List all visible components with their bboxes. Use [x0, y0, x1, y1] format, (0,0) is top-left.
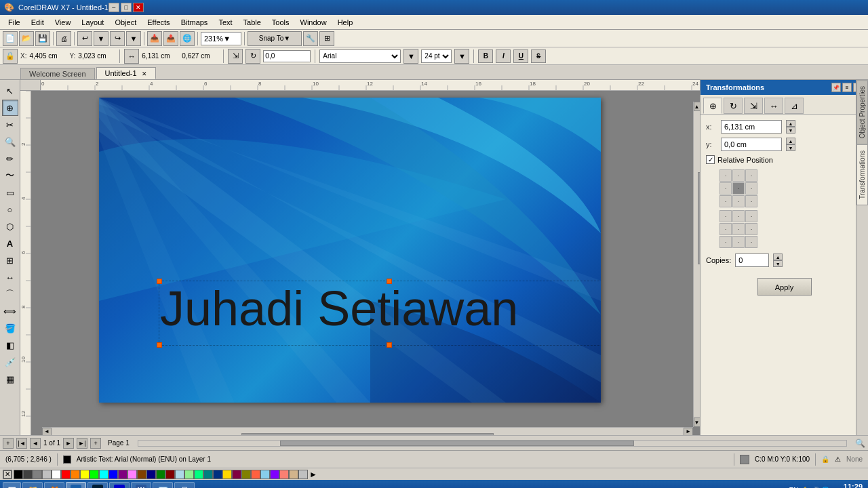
color-black[interactable] — [14, 470, 23, 479]
add-page2-btn[interactable]: + — [90, 438, 101, 449]
node-tool[interactable]: ⊕ — [2, 100, 18, 116]
trans-scale-tab[interactable]: ⇲ — [744, 98, 763, 114]
print-button[interactable]: 🖨 — [56, 31, 71, 46]
anchor-tm[interactable]: · — [732, 169, 745, 182]
tab-close-btn[interactable]: ✕ — [142, 70, 147, 77]
page-scroll-thumb[interactable] — [280, 441, 634, 446]
smart-fill-tool[interactable]: ◧ — [2, 337, 18, 353]
anchor2-mr[interactable]: · — [745, 223, 757, 235]
task-explorer[interactable]: 📁 — [22, 482, 43, 488]
color-lightblue[interactable] — [175, 470, 184, 479]
horizontal-scrollbar[interactable]: ◄ ► — [42, 427, 693, 435]
task-outlook[interactable]: 📧 — [153, 482, 173, 488]
anchor-tl[interactable]: · — [719, 169, 732, 182]
freehand-tool[interactable]: ✏ — [2, 150, 18, 167]
task-firefox[interactable]: 🦊 — [44, 482, 64, 488]
snap-off[interactable]: ⊞ — [319, 31, 334, 46]
color-maroon[interactable] — [232, 470, 241, 479]
scroll-down-btn[interactable]: ▼ — [694, 418, 701, 427]
last-page-btn[interactable]: ►| — [77, 438, 87, 449]
menu-bitmaps[interactable]: Bitmaps — [176, 17, 214, 28]
select-tool[interactable]: ↖ — [2, 83, 18, 99]
trans-y-input[interactable] — [721, 138, 782, 151]
table-tool[interactable]: ⊞ — [2, 252, 18, 268]
rectangle-tool[interactable]: ▭ — [2, 184, 18, 201]
anchor-br[interactable]: · — [745, 195, 757, 207]
publish-button[interactable]: 🌐 — [180, 31, 195, 46]
snap-to-button[interactable]: Snap To ▼ — [248, 31, 302, 46]
interactive-fill-tool[interactable]: ▦ — [2, 371, 18, 387]
copies-down[interactable]: ▼ — [773, 260, 783, 267]
undo-button[interactable]: ↩ — [77, 31, 92, 46]
anchor-mm[interactable]: · — [732, 182, 745, 195]
crop-tool[interactable]: ✂ — [2, 117, 18, 133]
anchor2-tm[interactable]: · — [732, 210, 745, 222]
sel-handle-bm[interactable] — [387, 342, 392, 348]
maximize-button[interactable]: □ — [121, 3, 132, 12]
menu-file[interactable]: File — [3, 17, 26, 28]
italic-button[interactable]: I — [496, 49, 511, 63]
save-button[interactable]: 💾 — [35, 31, 50, 46]
anchor2-tr[interactable]: · — [745, 210, 757, 222]
menu-window[interactable]: Window — [295, 17, 332, 28]
new-button[interactable]: 📄 — [3, 31, 18, 46]
anchor2-br[interactable]: · — [745, 236, 757, 248]
eyedropper-tool[interactable]: 💉 — [2, 354, 18, 370]
snap-options[interactable]: 🔧 — [303, 31, 318, 46]
anchor2-bm[interactable]: · — [732, 236, 745, 248]
color-salmon[interactable] — [279, 470, 289, 479]
tab-welcome[interactable]: Welcome Screen — [20, 68, 95, 79]
font-dropdown[interactable]: ▼ — [403, 49, 418, 64]
font-size-selector[interactable]: 24 pt — [421, 49, 452, 63]
color-gray[interactable] — [33, 470, 42, 479]
color-brown[interactable] — [137, 470, 146, 479]
anchor2-ml[interactable]: · — [719, 223, 732, 235]
close-button[interactable]: ✕ — [133, 3, 144, 12]
color-lightgray[interactable] — [42, 470, 52, 479]
menu-tools[interactable]: Tools — [267, 17, 295, 28]
rotate-button[interactable]: ↻ — [245, 49, 260, 64]
color-darkgreen[interactable] — [156, 470, 165, 479]
anchor-tr[interactable]: · — [745, 169, 757, 182]
minimize-button[interactable]: – — [108, 3, 119, 12]
color-blue[interactable] — [108, 470, 118, 479]
trans-y-up[interactable]: ▲ — [786, 138, 795, 144]
scale-button[interactable]: ⇲ — [228, 49, 243, 64]
trans-x-up[interactable]: ▲ — [786, 120, 795, 127]
menu-table[interactable]: Table — [238, 17, 267, 28]
scroll-h-thumb[interactable] — [241, 433, 494, 436]
sel-handle-tl[interactable] — [157, 279, 162, 284]
run-script-btn[interactable] — [63, 455, 71, 464]
trans-position-tab[interactable]: ⊕ — [703, 98, 722, 114]
strikethrough-button[interactable]: S̶ — [531, 49, 546, 63]
anchor2-tl[interactable]: · — [719, 210, 732, 222]
task-app7[interactable]: 🖥 — [174, 482, 195, 488]
first-page-btn[interactable]: |◄ — [16, 438, 27, 449]
color-gold[interactable] — [222, 470, 232, 479]
task-photoshop[interactable]: Ps — [87, 482, 108, 488]
export-button[interactable]: 📤 — [163, 31, 178, 46]
task-word[interactable]: W — [131, 482, 151, 488]
text-tool[interactable]: A — [2, 235, 18, 251]
prev-page-btn[interactable]: ◄ — [30, 438, 41, 449]
blend-tool[interactable]: ⟺ — [2, 303, 18, 319]
menu-edit[interactable]: Edit — [26, 17, 50, 28]
scroll-right-btn[interactable]: ► — [684, 428, 693, 436]
color-coral[interactable] — [251, 470, 260, 479]
trans-size-tab[interactable]: ↔ — [764, 98, 783, 114]
color-teal[interactable] — [203, 470, 213, 479]
color-tan[interactable] — [289, 470, 298, 479]
color-pink[interactable] — [127, 470, 137, 479]
trans-x-input[interactable] — [721, 120, 782, 134]
menu-help[interactable]: Help — [332, 17, 359, 28]
color-white[interactable] — [52, 470, 61, 479]
zoom-level[interactable]: 231%▼ — [201, 32, 241, 45]
color-green[interactable] — [90, 470, 99, 479]
sel-handle-bl[interactable] — [157, 342, 162, 348]
anchor-ml[interactable]: · — [719, 182, 732, 195]
tab-untitled1[interactable]: Untitled-1 ✕ — [96, 67, 156, 79]
color-darkred[interactable] — [165, 470, 175, 479]
color-red[interactable] — [61, 470, 71, 479]
color-silver[interactable] — [298, 470, 308, 479]
vertical-scrollbar[interactable]: ▲ ▼ — [693, 102, 700, 427]
